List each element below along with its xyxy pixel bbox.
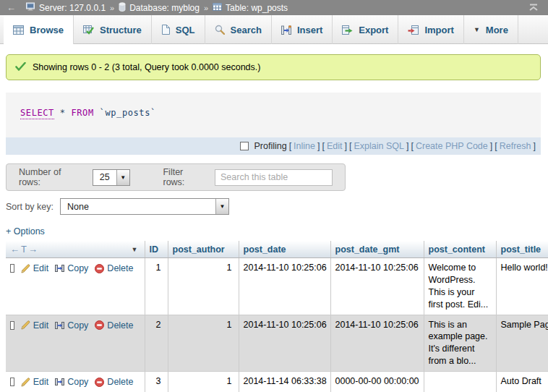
row-checkbox[interactable] — [10, 378, 14, 386]
filter-rows-label: Filter rows: — [163, 167, 207, 187]
cell-post-content[interactable] — [424, 372, 496, 392]
tab-structure[interactable]: Structure — [74, 15, 152, 44]
tab-browse-label: Browse — [30, 25, 64, 35]
bracket: ] — [534, 141, 536, 151]
header-post-author[interactable]: post_author — [168, 241, 239, 258]
breadcrumb-table[interactable]: Table: wp_posts — [213, 3, 288, 13]
cell-id[interactable]: 3 — [145, 372, 168, 392]
sql-icon — [161, 25, 170, 35]
cell-post-content[interactable]: Welcome to WordPress. This is your first… — [424, 258, 496, 315]
cell-post-date[interactable]: 2014-11-14 06:33:38 — [239, 372, 330, 392]
number-of-rows-select[interactable]: 25 ▼ — [93, 169, 130, 186]
breadcrumb-separator: » — [204, 4, 208, 12]
edit-link[interactable]: Edit — [33, 320, 49, 332]
cell-post-date-gmt[interactable]: 2014-11-10 10:25:06 — [330, 315, 424, 372]
bracket: ] — [406, 141, 408, 151]
table-icon — [213, 3, 222, 13]
bracket: [ — [349, 141, 351, 151]
sql-keyword-select[interactable]: SELECT — [20, 108, 54, 119]
bracket: ] — [345, 141, 347, 151]
cell-post-title[interactable]: Hello world! — [496, 258, 548, 315]
refresh-link[interactable]: Refresh — [500, 141, 531, 151]
filter-rows-input[interactable] — [215, 169, 333, 186]
breadcrumb-database-label: Database: myblog — [129, 3, 200, 13]
cell-post-date[interactable]: 2014-11-10 10:25:06 — [239, 315, 330, 372]
copy-icon — [55, 264, 64, 273]
tab-import[interactable]: Import — [398, 15, 463, 44]
tab-sql[interactable]: SQL — [152, 15, 205, 44]
sql-table-name: `wp_posts` — [100, 108, 156, 118]
collapse-panel-icon[interactable] — [528, 4, 539, 12]
cell-post-author[interactable]: 1 — [168, 258, 239, 315]
cell-post-date-gmt[interactable]: 0000-00-00 00:00:00 — [330, 372, 424, 392]
edit-link[interactable]: Edit — [33, 263, 49, 275]
database-icon — [119, 2, 126, 14]
profiling-checkbox[interactable] — [240, 142, 249, 150]
cell-post-author[interactable]: 1 — [168, 372, 239, 392]
row-checkbox[interactable] — [10, 264, 14, 273]
header-post-content[interactable]: post_content — [424, 241, 496, 258]
header-id[interactable]: ID — [145, 241, 168, 258]
header-post-date-gmt[interactable]: post_date_gmt — [330, 241, 424, 258]
status-message: Showing rows 0 - 2 (3 total, Query took … — [6, 54, 541, 80]
edit-query-link[interactable]: Edit — [327, 141, 343, 151]
sql-query-text: SELECT * FROM `wp_posts` — [6, 93, 541, 137]
breadcrumb-table-label: Table: wp_posts — [226, 3, 288, 13]
sort-by-key-value: None — [61, 199, 215, 214]
table-row: Edit Copy Delete 2 1 2014-11-10 10:25:06… — [6, 315, 548, 372]
breadcrumb-server[interactable]: Server: 127.0.0.1 — [25, 2, 106, 13]
sql-toolbar: Profiling [ Inline ] [ Edit ] [ Explain … — [6, 137, 541, 155]
cell-id[interactable]: 1 — [145, 258, 168, 315]
tab-browse[interactable]: Browse — [4, 15, 74, 44]
insert-icon — [281, 25, 291, 35]
copy-icon — [55, 378, 64, 386]
results-table: ←T→ ▼ ID post_author post_date post_date… — [6, 241, 548, 392]
sql-keyword-from: FROM — [71, 108, 93, 118]
bracket: [ — [495, 141, 497, 151]
header-post-title[interactable]: post_title — [496, 241, 548, 258]
tab-insert[interactable]: Insert — [272, 15, 333, 44]
cell-id[interactable]: 2 — [145, 315, 168, 372]
options-toggle[interactable]: + Options — [6, 226, 45, 237]
create-php-code-link[interactable]: Create PHP Code — [416, 141, 488, 151]
row-checkbox[interactable] — [10, 321, 14, 330]
bracket: ] — [490, 141, 492, 151]
copy-link[interactable]: Copy — [67, 320, 88, 332]
structure-icon — [83, 25, 94, 35]
breadcrumb-database[interactable]: Database: myblog — [119, 2, 200, 14]
edit-link[interactable]: Edit — [33, 376, 49, 388]
copy-link[interactable]: Copy — [67, 263, 88, 275]
header-post-date[interactable]: post_date — [239, 241, 330, 258]
cell-post-author[interactable]: 1 — [168, 315, 239, 372]
explain-sql-link[interactable]: Explain SQL — [354, 141, 403, 151]
cell-post-date-gmt[interactable]: 2014-11-10 10:25:06 — [330, 258, 424, 315]
tab-import-label: Import — [424, 25, 453, 35]
table-header-row: ←T→ ▼ ID post_author post_date post_date… — [6, 241, 548, 258]
breadcrumb-server-label: Server: 127.0.0.1 — [39, 3, 106, 13]
sort-by-key-select[interactable]: None ▼ — [60, 198, 229, 215]
delete-link[interactable]: Delete — [107, 320, 133, 332]
breadcrumb-bar: ← Server: 127.0.0.1 » Database: myblog »… — [0, 0, 548, 15]
tab-export[interactable]: Export — [333, 15, 398, 44]
with-selected-dropdown-icon[interactable]: ▼ — [132, 246, 138, 253]
rows-filter-bar: Number of rows: 25 ▼ Filter rows: — [6, 163, 346, 191]
row-actions: Edit Copy Delete — [6, 258, 145, 315]
delete-icon — [95, 264, 104, 273]
back-arrow-icon[interactable]: ← — [7, 3, 16, 12]
sql-star: * — [60, 108, 66, 118]
delete-link[interactable]: Delete — [107, 376, 133, 388]
search-icon — [215, 25, 225, 35]
cell-post-date[interactable]: 2014-11-10 10:25:06 — [239, 258, 330, 315]
chevron-down-icon: ▼ — [474, 26, 480, 33]
tab-bar: Browse Structure SQL Search Insert Expor… — [0, 15, 548, 44]
cell-post-title[interactable]: Auto Draft — [496, 372, 548, 392]
cell-post-content[interactable]: This is an example page. It's different … — [424, 315, 496, 372]
copy-link[interactable]: Copy — [67, 376, 88, 388]
inline-link[interactable]: Inline — [294, 141, 315, 151]
column-reorder-icon[interactable]: ←T→ — [10, 244, 39, 255]
delete-link[interactable]: Delete — [107, 263, 133, 275]
tab-search[interactable]: Search — [205, 15, 272, 44]
status-message-text: Showing rows 0 - 2 (3 total, Query took … — [33, 62, 260, 72]
tab-more[interactable]: ▼ More — [464, 15, 518, 44]
cell-post-title[interactable]: Sample Page — [496, 315, 548, 372]
